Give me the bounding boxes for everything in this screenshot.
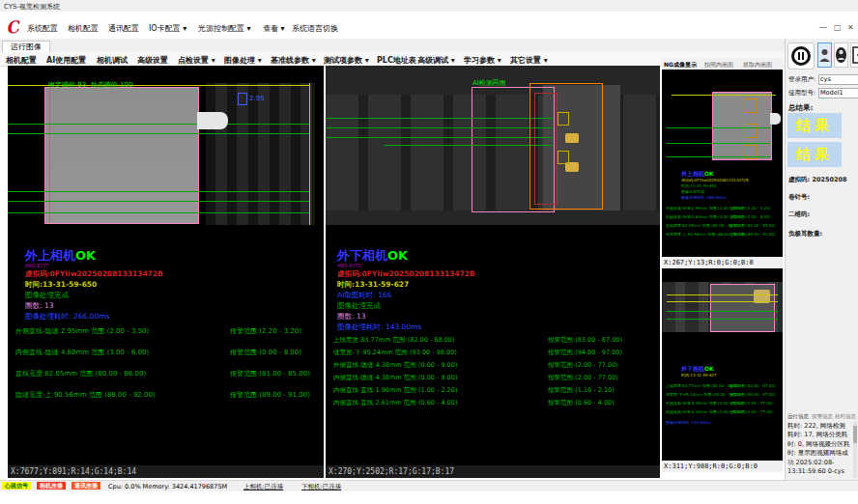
info-tab-alarm[interactable]: 报警信息 xyxy=(812,413,833,420)
measurement-row: 内侧直线-隐缝:4.60mm 范围:(3.00 - 6.00)报警范围:(0.0… xyxy=(15,348,320,357)
pause-icon xyxy=(791,46,811,66)
scrollbar-thumb[interactable] xyxy=(853,426,857,443)
user-select-button[interactable] xyxy=(817,42,832,68)
tool-camera-config[interactable]: 相机配置 xyxy=(6,55,37,66)
logout-button[interactable] xyxy=(850,42,858,68)
menu-system-config[interactable]: 系统配置 xyxy=(27,23,58,34)
maximize-icon[interactable]: □ xyxy=(834,23,842,32)
mini-camera-status: OK xyxy=(704,365,714,372)
mini-row: 外侧直线-隐缝:4.38mm 范围:(0.00 - 9.00) 报警范围:(2.… xyxy=(666,402,782,406)
camera-title: 外上相机 xyxy=(25,248,75,263)
tool-image-process[interactable]: 图像处理 ▾ xyxy=(224,55,262,66)
lower-camera-link[interactable]: 下相机:已连接 xyxy=(301,483,341,491)
menu-camera-config[interactable]: 相机配置 xyxy=(68,23,99,34)
status-bar: 心跳信号 相机连接 通讯连接 Cpu: 0.0% Memory: 3424.41… xyxy=(0,480,858,491)
ng-tab-grab[interactable]: 抓取内画面 xyxy=(743,61,772,70)
alarm-range: 报警范围:(0.60 - 4.00) xyxy=(548,399,615,407)
qrcode-label: 二维码: xyxy=(788,210,810,219)
tool-test-param[interactable]: 测试项参数 ▾ xyxy=(324,55,369,66)
info-tab-run[interactable]: 运行信息 xyxy=(787,413,809,420)
ng-view-top[interactable]: 外上相机OK 虚拟码:0FYIiw2025020813313472B 时间:13… xyxy=(662,70,783,257)
measurement-row: 缝宽度-下:95.24mm 范围:(93.00 - 98.00)报警范围:(94… xyxy=(333,349,657,357)
runtime-stats-text: 耗时: 222, 网络检测耗时: 17, 网络分类耗时: 0, 网络视频分区耗时… xyxy=(787,422,850,478)
menu-comm-config[interactable]: 通讯配置 xyxy=(108,23,139,34)
elapsed-text: 图像处理耗时: 143.00ms xyxy=(337,322,421,332)
left-camera-panel[interactable]: 固定阈值:93, 动态阈值:100 2.95 外上相机OK MES:EYTT 虚… xyxy=(8,66,324,478)
measure-value: 缝宽度-下:95.24mm 范围:(93.00 - 98.00) xyxy=(333,349,457,356)
tool-advanced-set[interactable]: 高级设置 xyxy=(137,55,168,66)
alarm-range: 报警范围:(1.10 - 2.10) xyxy=(548,386,615,395)
measurement-row: 外侧直线-隐缝:4.38mm 范围:(0.00 - 9.00)报警范围:(2.0… xyxy=(333,361,657,370)
mini-elapsed: 图像处理耗时: 266.00ms xyxy=(681,196,727,200)
barcode-value: 20250208 xyxy=(812,176,846,183)
mini-row: 隐缝宽度-上:90.56mm 范围:(88.00 - 92.00) 报警范围:(… xyxy=(666,233,782,237)
mini-barcode: 虚拟码:0FYIiw2025020813313472B xyxy=(681,179,749,182)
grab-elapsed-text: AI取图耗时: 166 xyxy=(337,291,392,300)
overlay-line xyxy=(667,156,770,157)
tool-baseline-param[interactable]: 基准线参数 ▾ xyxy=(271,55,316,66)
barcode-label: 虚拟码: xyxy=(788,176,810,183)
measure-value: 内侧直线-隐缝:4.60mm 范围:(3.00 - 6.00) xyxy=(15,349,149,356)
menu-view[interactable]: 查看 ▾ xyxy=(263,23,285,34)
window-title: CYS-视觉检测系统 xyxy=(4,2,60,12)
mes-text: MES:EYTD xyxy=(337,263,361,268)
pause-button[interactable] xyxy=(787,42,815,70)
overlay-line xyxy=(8,191,309,192)
alarm-range: 报警范围:(81.00 - 85.00) xyxy=(230,369,310,378)
login-user-value[interactable]: cys xyxy=(818,74,858,85)
ng-tab-photo[interactable]: 拍照内画面 xyxy=(704,61,733,70)
measurement-row: 隐缝宽度-上:90.56mm 范围:(88.00 - 92.00)报警范围:(8… xyxy=(15,390,320,400)
mini-row: 外侧直线-隐缝:2.95mm 范围:(2.00 - 3.50) 报警范围:(2.… xyxy=(666,207,782,210)
tool-learn-param[interactable]: 学习参数 ▾ xyxy=(464,55,501,66)
process-done-text: 图像处理完成 xyxy=(25,291,69,300)
overlay-line xyxy=(326,118,553,119)
upper-camera-link[interactable]: 上相机:已连接 xyxy=(243,483,283,491)
ng-view-bottom[interactable]: 外下相机OK 时间:13-31-59-627 上线宽度:83.77mm 范围:(… xyxy=(662,268,783,461)
user-icon xyxy=(818,47,831,63)
overlay-line xyxy=(326,137,553,138)
alarm-range: 报警范围:(83.00 - 87.00) xyxy=(548,336,622,345)
overlay-line xyxy=(309,83,310,225)
barcode-text: 虚拟码:0FYIiw2025020813313472B xyxy=(25,269,163,279)
tab-count-label: 负极耳数量: xyxy=(788,230,822,238)
user-dark-button[interactable] xyxy=(834,42,848,68)
measurement-row: 内侧直线-直线:1.90mm 范围:(1.00 - 2.20)报警范围:(1.1… xyxy=(333,386,657,395)
marker-box-orange xyxy=(745,124,758,138)
menu-io-config[interactable]: IO卡配置 ▾ xyxy=(149,23,186,34)
tool-camera-debug[interactable]: 相机调试 xyxy=(97,55,128,66)
overlay-line xyxy=(384,145,553,146)
result-box-1: 结果 xyxy=(787,113,842,138)
ng-image-panel[interactable]: NG成像显示 拍照内画面 抓取内画面 外上相机OK 虚拟码:0FYIiw2025… xyxy=(662,58,783,472)
measurement-row: 上线宽度:83.77mm 范围:(82.00 - 88.00)报警范围:(83.… xyxy=(333,336,657,345)
elapsed-text: 图像处理耗时: 266.00ms xyxy=(25,312,109,322)
tool-adv-debug[interactable]: 高级调试 ▾ xyxy=(417,55,455,66)
barcode-text: 虚拟码:0FYIiw2025020813313472B xyxy=(337,269,475,279)
measure-value: 外侧直线-隐缝:4.38mm 范围:(0.00 - 9.00) xyxy=(333,361,457,369)
tool-spotcheck-set[interactable]: 点检设置 ▾ xyxy=(178,55,215,66)
model-value[interactable]: Model1 xyxy=(818,88,858,98)
application-window: CYS-视觉检测系统 C 系统配置 相机配置 通讯配置 IO卡配置 ▾ 光源控制… xyxy=(0,0,858,504)
mini-cell-region xyxy=(712,92,772,160)
minimize-icon[interactable]: — xyxy=(819,23,827,32)
threshold-overlay-text: 固定阈值:93, 动态阈值:100 xyxy=(48,80,132,90)
roi-box-red xyxy=(534,93,558,205)
stats-scrollbar[interactable] xyxy=(853,422,857,478)
mid-camera-panel[interactable]: AI检测画面 外下相机OK MES:EYTD 虚拟码:0FYIiw2025020… xyxy=(326,66,660,478)
detected-cell-region xyxy=(44,87,199,224)
pixel-coords-readout: X:270;Y:2502;R:17;G:17;B:17 xyxy=(326,465,660,478)
menu-language-switch[interactable]: 系统语言切换 xyxy=(292,23,338,34)
ng-tab-display[interactable]: NG成像显示 xyxy=(664,61,697,70)
camera-status-ok: OK xyxy=(75,248,96,263)
overlay-line xyxy=(667,143,770,144)
mini-camera-title: 外下相机 xyxy=(681,365,704,372)
info-tab-time[interactable]: 耗时信息 xyxy=(835,413,856,420)
measurement-row: 直线宽度:82.05mm 范围:(80.00 - 86.00)报警范围:(81.… xyxy=(15,369,320,378)
alarm-range: 报警范围:(89.00 - 91.00) xyxy=(230,390,310,400)
tool-plc-table[interactable]: PLC地址表 xyxy=(377,55,416,66)
tool-ai-use-config[interactable]: AI使用配置 xyxy=(46,55,86,66)
menu-light-config[interactable]: 光源控制配置 ▾ xyxy=(198,23,251,34)
camera-status-ok: OK xyxy=(387,248,408,263)
measure-value: 外侧直线-隐缝:2.95mm 范围:(2.00 - 3.50) xyxy=(15,327,149,335)
tool-other-set[interactable]: 其它设置 ▾ xyxy=(510,55,548,66)
close-icon[interactable]: ✕ xyxy=(847,23,854,32)
